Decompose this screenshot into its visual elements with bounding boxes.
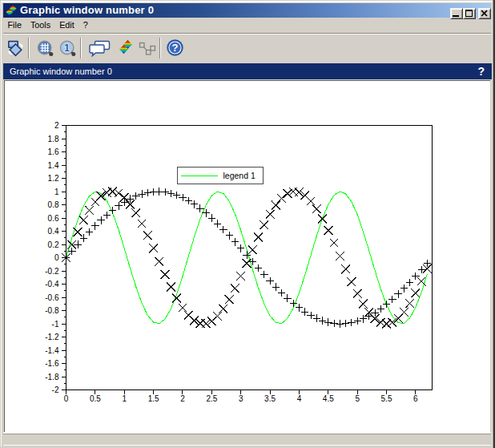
svg-text:-2: -2: [52, 385, 59, 394]
svg-text:legend 1: legend 1: [223, 171, 256, 180]
svg-text:2.5: 2.5: [206, 394, 217, 403]
svg-text:1: 1: [122, 394, 127, 403]
svg-text:-1.6: -1.6: [45, 359, 59, 368]
svg-text:0.8: 0.8: [48, 200, 59, 209]
svg-text:0.4: 0.4: [48, 227, 59, 236]
svg-text:1.6: 1.6: [48, 147, 59, 156]
svg-text:1.8: 1.8: [48, 135, 59, 143]
svg-text:1: 1: [54, 188, 59, 196]
svg-text:4: 4: [297, 394, 302, 403]
svg-text:-0.4: -0.4: [45, 280, 59, 289]
svg-text:0.5: 0.5: [90, 394, 101, 403]
svg-text:-1.4: -1.4: [45, 346, 59, 355]
svg-text:1.4: 1.4: [48, 161, 59, 170]
svg-text:-1.8: -1.8: [45, 373, 59, 381]
svg-text:-0.2: -0.2: [45, 267, 59, 276]
svg-text:0.2: 0.2: [48, 240, 59, 249]
svg-text:5: 5: [355, 394, 360, 403]
svg-text:-1.2: -1.2: [45, 333, 59, 341]
svg-text:5.5: 5.5: [381, 394, 392, 403]
svg-text:-0.8: -0.8: [45, 306, 59, 315]
svg-text:2: 2: [180, 394, 185, 403]
svg-text:1.5: 1.5: [148, 394, 159, 403]
svg-text:6: 6: [413, 394, 418, 403]
svg-text:1.2: 1.2: [48, 174, 59, 183]
svg-text:-1: -1: [52, 320, 59, 329]
svg-text:0: 0: [64, 394, 69, 403]
svg-text:4.5: 4.5: [323, 394, 334, 403]
svg-text:2: 2: [54, 121, 59, 130]
svg-text:0.6: 0.6: [48, 214, 59, 223]
svg-text:-0.6: -0.6: [45, 293, 59, 302]
svg-text:3.5: 3.5: [264, 394, 276, 403]
svg-text:0: 0: [54, 253, 59, 262]
svg-text:3: 3: [239, 394, 243, 403]
